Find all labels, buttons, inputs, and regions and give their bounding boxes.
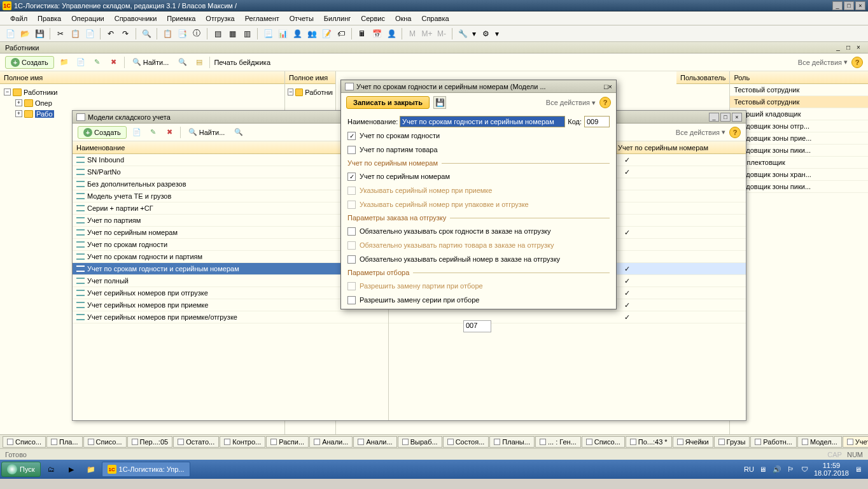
- tb-redo-icon[interactable]: ↷: [119, 27, 132, 40]
- find-button[interactable]: 🔍 Найти...: [129, 57, 173, 67]
- col-role[interactable]: Роль: [730, 71, 868, 84]
- tb-ppl2-icon[interactable]: 👥: [305, 27, 318, 40]
- doc-tab[interactable]: Планы...: [489, 436, 535, 448]
- tb-cut-icon[interactable]: ✂: [54, 27, 67, 40]
- expand-icon[interactable]: +: [15, 99, 22, 106]
- doc-tab[interactable]: По...:43 *: [626, 436, 672, 448]
- chk-expiry[interactable]: ✓: [347, 132, 356, 140]
- doc-tab[interactable]: Пер...:05: [127, 436, 173, 448]
- tb-m-icon[interactable]: M: [406, 27, 419, 40]
- doc-tab[interactable]: Остато...: [173, 436, 219, 448]
- role-row[interactable]: Тестовый сотрудник: [730, 84, 868, 96]
- lang-indicator[interactable]: RU: [744, 465, 754, 473]
- minimize-button[interactable]: _: [832, 1, 843, 10]
- expand-icon[interactable]: +: [15, 110, 22, 117]
- tb-open-icon[interactable]: 📂: [18, 27, 31, 40]
- tb-undo-icon[interactable]: ↶: [104, 27, 117, 40]
- chk-ship-serial[interactable]: [347, 255, 356, 264]
- doc-tab[interactable]: Состоя...: [443, 436, 489, 448]
- subwin-close-icon[interactable]: ×: [854, 44, 863, 52]
- tb-page-icon[interactable]: 📃: [262, 27, 274, 40]
- tb-tool2-dd[interactable]: ▾: [494, 27, 500, 40]
- menu-edit[interactable]: Правка: [32, 13, 66, 24]
- menu-operations[interactable]: Операции: [66, 13, 109, 24]
- dialog-max-button[interactable]: □: [604, 83, 608, 90]
- save-close-button[interactable]: Записать и закрыть: [346, 96, 430, 109]
- taskbar-app-1c[interactable]: 1C 1С-Логистика: Упр...: [102, 462, 190, 477]
- tray-icon-1[interactable]: 🖥: [758, 464, 768, 474]
- tb-tool2-icon[interactable]: ⚙: [479, 27, 492, 40]
- tb-mplus-icon[interactable]: M+: [421, 27, 433, 40]
- tray-desktop-icon[interactable]: 🖥: [853, 464, 863, 474]
- menu-file[interactable]: Файл: [5, 13, 32, 24]
- dialog-close-button[interactable]: ×: [608, 83, 612, 90]
- tb-save-icon[interactable]: 💾: [33, 27, 46, 40]
- create-button[interactable]: + Создать: [5, 56, 54, 69]
- collapse-icon[interactable]: −: [4, 89, 11, 96]
- clear-find-icon[interactable]: 🔍: [176, 56, 189, 69]
- subwin-max-icon[interactable]: □: [844, 44, 853, 52]
- tb-note-icon[interactable]: 📝: [320, 27, 333, 40]
- doc-tab[interactable]: Анали...: [309, 436, 353, 448]
- tb-user-icon[interactable]: 👤: [385, 27, 398, 40]
- save-icon[interactable]: 💾: [433, 96, 446, 109]
- doc-tab[interactable]: ... : Ген...: [535, 436, 581, 448]
- tb-copy-icon[interactable]: 📋: [69, 27, 81, 40]
- ql-explorer-icon[interactable]: 🗂: [43, 462, 60, 477]
- doc-tab[interactable]: Работн...: [750, 436, 797, 448]
- dialog-all-actions[interactable]: Все действия▾: [546, 99, 596, 107]
- close-button[interactable]: ×: [855, 1, 865, 10]
- delete-icon[interactable]: ✖: [108, 56, 120, 69]
- tray-icon-3[interactable]: 🏳: [786, 464, 796, 474]
- list-icon[interactable]: ▤: [193, 56, 206, 69]
- code-input[interactable]: [584, 116, 610, 127]
- edit-icon[interactable]: ✎: [91, 56, 104, 69]
- models-help-icon[interactable]: ?: [729, 127, 741, 138]
- menu-receiving[interactable]: Приемка: [162, 13, 200, 24]
- menu-regulation[interactable]: Регламент: [240, 13, 284, 24]
- tb-tool1-dd[interactable]: ▾: [471, 27, 477, 40]
- role-row[interactable]: Старший кладовщик: [730, 108, 868, 120]
- role-row[interactable]: Кладовщик зоны хран...: [730, 169, 868, 181]
- tray-icon-2[interactable]: 🔊: [772, 464, 782, 474]
- models-create-button[interactable]: + Создать: [78, 126, 127, 139]
- collapse-icon[interactable]: −: [288, 89, 293, 96]
- tb-paste-icon[interactable]: 📄: [83, 27, 96, 40]
- tb-report-icon[interactable]: 📊: [276, 27, 289, 40]
- models-copy-icon[interactable]: 📄: [130, 126, 143, 139]
- doc-tab[interactable]: Грузы: [714, 436, 750, 448]
- models-find-button[interactable]: 🔍 Найти...: [185, 127, 229, 138]
- menu-catalogs[interactable]: Справочники: [109, 13, 162, 24]
- role-row[interactable]: Тестовый сотрудник: [730, 96, 868, 108]
- role-row[interactable]: Комплектовщик: [730, 157, 868, 169]
- tb-doc2-icon[interactable]: 📑: [176, 27, 188, 40]
- tb-list1-icon[interactable]: ▤: [211, 27, 224, 40]
- doc-tab[interactable]: Контро...: [220, 436, 265, 448]
- doc-tab[interactable]: Выраб...: [398, 436, 442, 448]
- tb-list3-icon[interactable]: ▥: [241, 27, 253, 40]
- tb-new-icon[interactable]: 📄: [4, 27, 17, 40]
- tree-child1[interactable]: + Опер: [3, 97, 282, 108]
- doc-tab[interactable]: Ячейки: [673, 436, 713, 448]
- model-row[interactable]: Учет серийных номеров при приемке/отгруз…: [73, 311, 388, 323]
- doc-tab[interactable]: Списо...: [83, 436, 127, 448]
- all-actions-dropdown[interactable]: Все действия▾: [798, 58, 848, 66]
- ql-folder-icon[interactable]: 📁: [82, 462, 100, 477]
- models-delete-icon[interactable]: ✖: [164, 126, 176, 139]
- col-fullname[interactable]: Полное имя: [0, 71, 284, 84]
- tb-mminus-icon[interactable]: M-: [435, 27, 448, 40]
- print-badge-link[interactable]: Печать бейджика: [214, 59, 270, 66]
- models-close-button[interactable]: ×: [732, 113, 742, 122]
- ql-powershell-icon[interactable]: ▶: [62, 462, 80, 477]
- doc-tab[interactable]: Модел...: [797, 436, 842, 448]
- copy-icon[interactable]: 📄: [74, 56, 87, 69]
- menu-help[interactable]: Справка: [416, 13, 454, 24]
- tb-calc-icon[interactable]: 🖩: [356, 27, 368, 40]
- tb-find-icon[interactable]: 🔍: [140, 27, 153, 40]
- menu-billing[interactable]: Биллинг: [319, 13, 356, 24]
- tree-root2[interactable]: − Работники: [288, 87, 333, 97]
- doc-tab[interactable]: Распи...: [266, 436, 309, 448]
- menu-shipping[interactable]: Отгрузка: [200, 13, 239, 24]
- tb-tool1-icon[interactable]: 🔧: [456, 27, 469, 40]
- doc-tab[interactable]: Анали...: [353, 436, 396, 448]
